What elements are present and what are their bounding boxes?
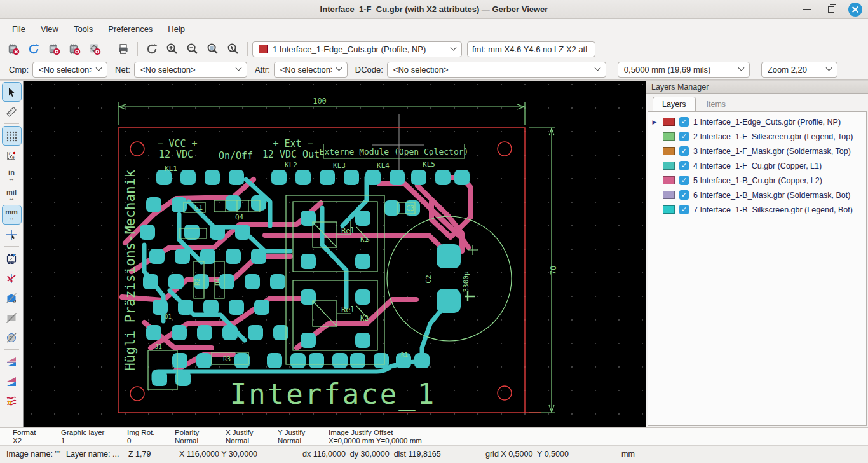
print-button[interactable] — [114, 40, 133, 58]
vcc-line1: − VCC + — [157, 138, 197, 149]
negative-ghost-button[interactable] — [3, 308, 21, 327]
units-inches-button[interactable]: in↔ — [3, 166, 21, 184]
k2-label: K2 — [360, 314, 369, 322]
crosshair-cursor-button[interactable] — [3, 225, 21, 244]
polar-coords-icon: θr — [6, 150, 17, 162]
attr-select[interactable]: <No selection> — [274, 62, 348, 78]
menu-item-view[interactable]: View — [34, 22, 65, 36]
zoom-in-icon — [166, 43, 179, 55]
net-value: <No selection> — [140, 65, 231, 74]
show-dcodes-button[interactable]: D — [3, 328, 21, 347]
layer-visibility-checkbox[interactable]: ✓ — [679, 132, 689, 141]
grid-select[interactable]: 0,5000 mm (19,69 mils) — [618, 62, 750, 78]
lines-outline-button[interactable] — [3, 269, 21, 287]
layer-visibility-checkbox[interactable]: ✓ — [679, 117, 689, 127]
dcode-select[interactable]: <No selection> — [387, 62, 606, 78]
dim-width-label: 100 — [313, 97, 327, 106]
select-tool-button[interactable] — [3, 83, 21, 101]
layer-row[interactable]: ✓5 Interface_1-B_Cu.gbr (Copper, L2) — [648, 173, 866, 188]
polar-coords-button[interactable]: θr — [3, 146, 21, 165]
status-units: mm — [621, 450, 635, 459]
menu-item-preferences[interactable]: Preferences — [101, 22, 159, 36]
layer-color-swatch[interactable] — [663, 147, 675, 155]
zoom-out-button[interactable] — [183, 40, 202, 58]
polygons-outline-button[interactable] — [3, 289, 21, 307]
layer-visibility-checkbox[interactable]: ✓ — [679, 146, 689, 156]
filter-toolbar: Cmp: <No selection> Net: <No selection> … — [0, 60, 868, 80]
cmp-value: <No selection> — [39, 65, 92, 74]
layer-row[interactable]: ✓2 Interface_1-F_Silkscreen.gbr (Legend,… — [648, 129, 866, 144]
layers-mode-normal-button[interactable] — [3, 352, 21, 371]
layer-visibility-checkbox[interactable]: ✓ — [679, 190, 689, 200]
r2-label: R2 — [194, 278, 201, 286]
layer-row[interactable]: ✓4 Interface_1-F_Cu.gbr (Copper, L1) — [648, 158, 866, 173]
layer-color-swatch[interactable] — [663, 132, 675, 141]
layer-color-swatch[interactable] — [663, 176, 675, 184]
layers-mode-stacked-button[interactable] — [3, 372, 21, 390]
open-gerber-file-button[interactable] — [44, 40, 64, 58]
negative-ghost-icon — [6, 312, 17, 324]
lines-outline-icon — [6, 273, 17, 284]
maximize-icon — [828, 6, 834, 13]
c1-label: C1 — [194, 204, 203, 212]
grid-toggle-icon — [6, 130, 17, 142]
layers-mode-diff-icon — [6, 396, 17, 407]
cmp-select[interactable]: <No selection> — [32, 62, 107, 78]
open-drill-file-button[interactable] — [65, 40, 84, 58]
tab-items[interactable]: Items — [697, 97, 736, 111]
selected-layer-marker-icon: ▶ — [651, 119, 658, 125]
maximize-button[interactable] — [824, 2, 839, 17]
minimize-button[interactable] — [799, 2, 815, 17]
info-col-graphic-layer: Graphic layer1 — [61, 429, 104, 445]
layers-mode-diff-button[interactable] — [3, 392, 21, 410]
open-job-file-button[interactable] — [85, 40, 104, 58]
zoom-out-icon — [186, 43, 199, 55]
layer-visibility-checkbox[interactable]: ✓ — [679, 161, 689, 170]
layer-label: 1 Interface_1-Edge_Cuts.gbr (Profile, NP… — [693, 118, 841, 127]
menu-item-file[interactable]: File — [5, 22, 32, 36]
status-relative-xy: dx 116,0000 dy 30,0000 dist 119,8165 — [302, 450, 441, 459]
kl2-label: KL2 — [285, 161, 297, 169]
grid-toggle-button[interactable] — [3, 127, 21, 145]
layer-color-swatch[interactable] — [663, 162, 675, 170]
layer-row[interactable]: ✓3 Interface_1-F_Mask.gbr (Soldermask, T… — [648, 144, 866, 158]
clear-all-layers-button[interactable] — [4, 40, 23, 58]
select-tool-icon — [6, 86, 17, 98]
format-info-field[interactable]: fmt: mm X4.6 Y4.6 no LZ X2 atl — [467, 41, 595, 57]
chevron-down-icon — [96, 65, 102, 71]
layer-row[interactable]: ▶✓1 Interface_1-Edge_Cuts.gbr (Profile, … — [648, 114, 866, 129]
onoff-label: On/Off — [219, 150, 253, 162]
active-layer-select[interactable]: 1 Interface_1-Edge_Cuts.gbr (Profile, NP… — [252, 41, 462, 57]
zoom-select[interactable]: Zoom 2,20 — [761, 62, 837, 78]
zoom-fit-button[interactable] — [203, 40, 222, 58]
reload-all-layers-button[interactable] — [24, 40, 43, 58]
menu-item-help[interactable]: Help — [161, 22, 192, 36]
k1-label: K1 — [360, 235, 369, 244]
layer-color-swatch[interactable] — [663, 118, 675, 126]
close-button[interactable] — [848, 2, 863, 17]
layer-row[interactable]: ✓6 Interface_1-B_Mask.gbr (Soldermask, B… — [648, 188, 866, 202]
layer-visibility-checkbox[interactable]: ✓ — [679, 176, 689, 185]
c3-label: C3 — [406, 204, 414, 212]
refresh-view-button[interactable] — [142, 40, 161, 58]
tab-layers[interactable]: Layers — [653, 97, 696, 111]
status-cursor-xy: X 116,0000 Y 30,0000 — [179, 450, 257, 459]
info-col-image-justify-offset: Image Justify OffsetX=0,0000 mm Y=0,0000… — [329, 429, 422, 445]
layer-row[interactable]: ✓7 Interface_1-B_Silkscreen.gbr (Legend,… — [648, 202, 866, 217]
measure-tool-button[interactable] — [3, 102, 21, 121]
cmp-label: Cmp: — [9, 65, 29, 74]
flashed-outline-button[interactable] — [3, 249, 21, 268]
units-mm-button[interactable]: mm↔ — [3, 205, 21, 224]
zoom-in-button[interactable] — [163, 40, 182, 58]
units-mm-icon: mm↔ — [5, 209, 18, 221]
gerber-canvas[interactable]: 100 70 — [23, 81, 646, 428]
image-info-panel: FormatX2Graphic layer1Img Rot.0PolarityN… — [0, 427, 868, 445]
layer-color-swatch[interactable] — [663, 191, 675, 199]
menu-item-tools[interactable]: Tools — [67, 22, 100, 36]
layer-color-swatch[interactable] — [663, 205, 675, 214]
rel1-label: Rel — [341, 226, 355, 235]
layer-visibility-checkbox[interactable]: ✓ — [679, 205, 689, 214]
zoom-selection-button[interactable] — [224, 40, 243, 58]
net-select[interactable]: <No selection> — [134, 62, 247, 78]
units-mils-button[interactable]: mil↔ — [3, 186, 21, 204]
